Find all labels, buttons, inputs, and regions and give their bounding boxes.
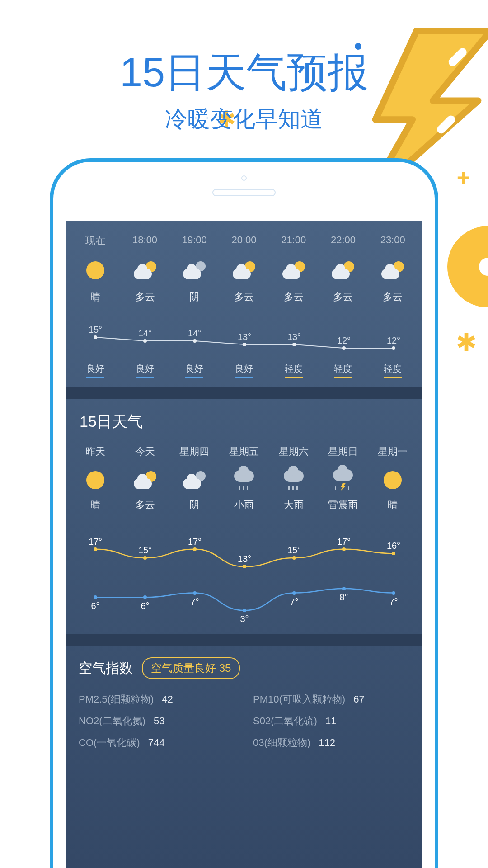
daily-forecast-panel[interactable]: 15日天气 昨天今天星期四星期五星期六星期日星期一 晴多云阴小雨大雨雷震雨晴 1… xyxy=(66,399,422,634)
cloudy-icon xyxy=(282,261,305,279)
section-divider xyxy=(66,387,422,399)
air-quality-panel[interactable]: 空气指数 空气质量良好 35 PM2.5(细颗粒物) 42 PM10(可吸入颗粒… xyxy=(66,646,422,763)
hourly-temp-dot xyxy=(143,339,147,343)
hourly-temp-label: 12° xyxy=(337,335,351,346)
air-metric-value: 67 xyxy=(353,693,364,705)
rain-icon xyxy=(234,470,254,490)
hourly-temp-label: 15° xyxy=(89,325,102,335)
overcast-icon xyxy=(183,471,206,489)
sun-icon xyxy=(86,471,104,489)
cloudy-icon xyxy=(233,261,255,279)
hourly-aqi-badge: 轻度 xyxy=(384,363,402,378)
daily-day: 星期日 xyxy=(319,445,368,458)
hourly-condition: 多云 xyxy=(219,290,269,304)
air-metric-label: NO2(二氧化氮) xyxy=(79,715,145,726)
air-metric: PM10(可吸入颗粒物) 67 xyxy=(253,693,409,706)
air-metric-label: CO(一氧化碳) xyxy=(79,737,140,748)
hourly-temp-dot xyxy=(243,343,246,346)
daily-lo-label: 7° xyxy=(389,597,398,607)
daily-day: 星期一 xyxy=(368,445,418,458)
hourly-aqi-badge: 良好 xyxy=(86,363,104,378)
hourly-condition: 多云 xyxy=(269,290,319,304)
air-metric: 03(细颗粒物) 112 xyxy=(253,736,409,750)
daily-hi-dot xyxy=(143,556,147,560)
hourly-temp-label: 13° xyxy=(287,332,301,342)
hourly-temp-dot xyxy=(292,343,296,346)
hourly-time: 23:00 xyxy=(368,234,418,246)
air-metric-label: PM2.5(细颗粒物) xyxy=(79,693,154,705)
hourly-temp-label: 14° xyxy=(138,328,152,339)
phone-mockup: 现在18:0019:0020:0021:0022:0023:00 晴多云阴多云多… xyxy=(50,158,438,868)
daily-hi-label: 17° xyxy=(89,537,102,547)
cloudy-icon xyxy=(381,261,404,279)
air-metric-value: 53 xyxy=(154,715,164,726)
daily-lo-label: 7° xyxy=(290,597,298,607)
daily-day: 今天 xyxy=(120,445,170,458)
hourly-time: 20:00 xyxy=(219,234,269,246)
daily-hi-label: 17° xyxy=(337,537,351,547)
thunderstorm-icon xyxy=(333,469,353,491)
hourly-temp-label: 13° xyxy=(238,332,251,342)
daily-lo-dot xyxy=(292,591,296,595)
daily-lo-label: 3° xyxy=(240,614,249,624)
rain-icon xyxy=(284,470,304,490)
daily-lo-dot xyxy=(94,595,97,599)
air-metric-value: 42 xyxy=(162,693,173,705)
daily-hi-dot xyxy=(292,556,296,560)
daily-lo-label: 7° xyxy=(190,597,199,607)
section-divider xyxy=(66,634,422,646)
hourly-time: 18:00 xyxy=(120,234,170,246)
air-metric-value: 744 xyxy=(148,737,165,748)
hourly-aqi-badge: 良好 xyxy=(185,363,203,378)
hourly-temp-dot xyxy=(392,346,395,350)
air-title: 空气指数 xyxy=(79,659,133,678)
daily-title: 15日天气 xyxy=(80,411,418,432)
air-metric-label: 03(细颗粒物) xyxy=(253,737,310,748)
daily-lo-label: 6° xyxy=(91,601,99,611)
decorative-circle xyxy=(447,226,488,307)
hourly-aqi-badge: 良好 xyxy=(136,363,154,378)
sun-icon xyxy=(384,471,402,489)
daily-hi-label: 13° xyxy=(238,554,251,564)
daily-hi-dot xyxy=(193,547,197,551)
hourly-temp-label: 14° xyxy=(188,328,202,339)
hourly-time: 19:00 xyxy=(169,234,219,246)
air-metric: PM2.5(细颗粒物) 42 xyxy=(79,693,235,706)
daily-lo-dot xyxy=(143,595,147,599)
daily-day: 昨天 xyxy=(70,445,120,458)
cloudy-icon xyxy=(332,261,354,279)
app-screen: 现在18:0019:0020:0021:0022:0023:00 晴多云阴多云多… xyxy=(66,221,422,868)
air-metric: CO(一氧化碳) 744 xyxy=(79,736,235,750)
hourly-condition: 阴 xyxy=(169,290,219,304)
air-metric-value: 112 xyxy=(319,737,335,748)
hourly-temp-dot xyxy=(193,339,197,343)
daily-condition: 大雨 xyxy=(269,498,319,512)
daily-hi-label: 15° xyxy=(287,545,301,556)
page-title: 15日天气预报 xyxy=(0,45,488,100)
star-icon: ✱ xyxy=(456,328,477,357)
daily-hi-dot xyxy=(243,565,246,568)
air-metric-label: S02(二氧化硫) xyxy=(253,715,317,726)
daily-lo-label: 8° xyxy=(339,592,348,603)
hourly-aqi-badge: 轻度 xyxy=(285,363,303,378)
daily-day: 星期六 xyxy=(269,445,319,458)
daily-hi-label: 15° xyxy=(138,545,152,556)
daily-hi-label: 17° xyxy=(188,537,202,547)
air-metric: S02(二氧化硫) 11 xyxy=(253,714,409,728)
hourly-time: 22:00 xyxy=(319,234,368,246)
hourly-condition: 晴 xyxy=(70,290,120,304)
daily-hi-dot xyxy=(342,547,346,551)
daily-condition: 雷震雨 xyxy=(319,498,368,512)
page-subtitle: 冷暖变化早知道 xyxy=(0,104,488,134)
air-metric-value: 11 xyxy=(325,715,336,726)
daily-day: 星期五 xyxy=(219,445,269,458)
hourly-forecast-panel[interactable]: 现在18:0019:0020:0021:0022:0023:00 晴多云阴多云多… xyxy=(66,221,422,387)
hourly-aqi-badge: 良好 xyxy=(235,363,253,378)
air-quality-badge: 空气质量良好 35 xyxy=(142,657,240,679)
daily-hi-dot xyxy=(94,547,97,551)
daily-condition: 晴 xyxy=(368,498,418,512)
hourly-condition: 多云 xyxy=(319,290,368,304)
cloudy-icon xyxy=(134,471,156,489)
daily-condition: 多云 xyxy=(120,498,170,512)
daily-lo-label: 6° xyxy=(141,601,149,611)
